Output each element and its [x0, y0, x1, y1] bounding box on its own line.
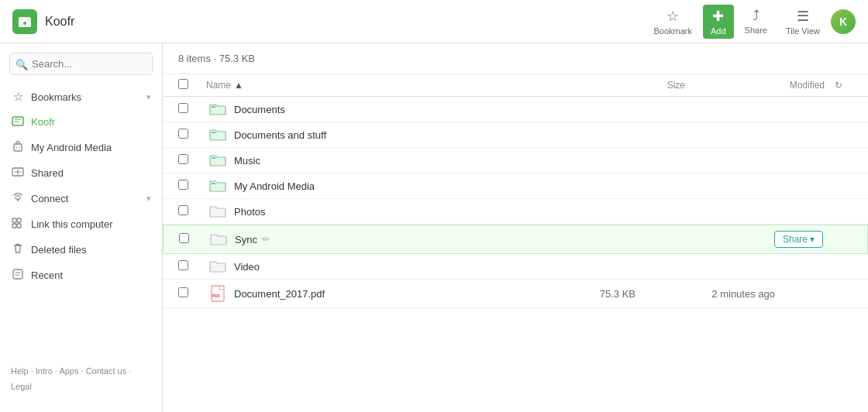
file-name-cell: Photos [234, 206, 542, 218]
share-button[interactable]: ⤴ Share [737, 5, 775, 38]
sidebar-item-label: Bookmarks [31, 91, 140, 103]
name-column-label: Name [206, 80, 231, 91]
sidebar-footer: Help · Intro · Apps · Contact us · Legal [0, 356, 162, 403]
row-checkbox [178, 260, 206, 273]
refresh-button[interactable]: ↻ [825, 80, 852, 91]
sidebar-item-android[interactable]: My Android Media [0, 135, 162, 160]
file-name-cell: Document_2017.pdf [234, 288, 542, 300]
footer-link-intro[interactable]: Intro [36, 366, 53, 376]
sidebar-item-label: Link this computer [31, 218, 151, 230]
chevron-icon: ▾ [146, 194, 151, 204]
header-modified-col[interactable]: Modified [685, 80, 825, 91]
folder-icon [206, 259, 229, 273]
sidebar: 🔍 ☆ Bookmarks ▾ Koofr My Android Media [0, 43, 163, 412]
table-header: Name ▲ Size Modified ↻ [163, 74, 868, 97]
file-row[interactable]: Video [163, 254, 868, 280]
svg-text:PDF: PDF [212, 294, 220, 298]
folder-icon [207, 232, 230, 246]
file-checkbox-input[interactable] [178, 154, 188, 164]
topbar-actions: ☆ Bookmark ✚ Add ⤴ Share ☰ Tile View K [646, 5, 856, 39]
row-checkbox [178, 154, 206, 167]
file-row[interactable]: Documents [163, 97, 868, 122]
bookmarks-icon: ☆ [11, 90, 25, 104]
file-row-pdf[interactable]: PDF Document_2017.pdf 75.3 KB 2 minutes … [163, 280, 868, 308]
file-name: Video [234, 261, 260, 273]
avatar[interactable]: K [831, 9, 856, 34]
header-size-col[interactable]: Size [592, 80, 685, 91]
svg-rect-11 [12, 224, 16, 228]
topbar: Koofr ☆ Bookmark ✚ Add ⤴ Share ☰ Tile Vi… [0, 0, 868, 43]
select-all-checkbox[interactable] [178, 79, 188, 89]
main-layout: 🔍 ☆ Bookmarks ▾ Koofr My Android Media [0, 43, 868, 412]
sidebar-item-link-computer[interactable]: Link this computer [0, 211, 162, 237]
share-icon: ⤴ [753, 8, 760, 24]
tile-view-label: Tile View [786, 26, 820, 36]
file-row-sync[interactable]: Sync ✏ Share ▾ [163, 225, 868, 254]
sidebar-item-deleted[interactable]: Deleted files [0, 237, 162, 263]
file-name: Document_2017.pdf [234, 288, 325, 300]
folder-icon [206, 153, 229, 167]
sidebar-item-label: Deleted files [31, 244, 151, 256]
header-name-col[interactable]: Name ▲ [206, 80, 592, 91]
search-input[interactable] [9, 53, 153, 75]
sidebar-item-label: My Android Media [31, 142, 151, 153]
file-checkbox-input[interactable] [178, 260, 188, 270]
file-name: Documents [234, 104, 285, 115]
file-name-cell: Video [234, 261, 542, 273]
file-row[interactable]: Documents and stuff [163, 122, 868, 148]
search-icon: 🔍 [16, 58, 28, 70]
share-label: Share [745, 26, 767, 35]
add-icon: ✚ [712, 8, 724, 25]
pdf-icon: PDF [206, 285, 229, 302]
bookmark-button[interactable]: ☆ Bookmark [646, 5, 701, 39]
sidebar-item-koofr[interactable]: Koofr [0, 109, 162, 135]
deleted-icon [11, 242, 25, 257]
file-checkbox-input[interactable] [179, 233, 189, 243]
file-name-cell: Documents and stuff [234, 129, 542, 141]
row-checkbox [178, 129, 206, 141]
svg-point-6 [19, 146, 20, 148]
sidebar-item-recent[interactable]: Recent [0, 263, 162, 288]
file-size: 75.3 KB [542, 288, 636, 300]
edit-icon[interactable]: ✏ [262, 234, 270, 245]
svg-rect-13 [13, 270, 22, 279]
file-modified: 2 minutes ago [636, 288, 775, 300]
footer-link-legal[interactable]: Legal [11, 382, 32, 391]
tile-view-button[interactable]: ☰ Tile View [778, 5, 828, 39]
footer-link-help[interactable]: Help [11, 366, 29, 376]
share-dropdown-button[interactable]: Share ▾ [774, 231, 823, 248]
file-checkbox-input[interactable] [178, 205, 188, 215]
row-checkbox [179, 233, 207, 245]
file-checkbox-input[interactable] [178, 129, 188, 139]
android-icon [11, 140, 25, 155]
row-checkbox [178, 180, 206, 192]
svg-point-5 [16, 146, 17, 148]
file-row[interactable]: Music [163, 148, 868, 173]
file-checkbox-input[interactable] [178, 180, 188, 190]
sidebar-item-bookmarks[interactable]: ☆ Bookmarks ▾ [0, 84, 162, 109]
file-name-cell: Documents [234, 104, 542, 115]
sidebar-item-label: Koofr [31, 116, 151, 128]
file-row[interactable]: Photos [163, 199, 868, 225]
file-checkbox-input[interactable] [178, 287, 188, 297]
svg-point-2 [23, 21, 27, 25]
link-computer-icon [11, 217, 25, 232]
file-checkbox-input[interactable] [178, 103, 188, 113]
row-checkbox [178, 205, 206, 218]
svg-rect-17 [212, 183, 215, 184]
file-name-cell: Sync ✏ [235, 234, 542, 245]
file-name: My Android Media [234, 180, 315, 192]
svg-rect-12 [17, 224, 21, 228]
add-button[interactable]: ✚ Add [703, 5, 734, 39]
connect-icon [11, 191, 25, 206]
footer-link-contact[interactable]: Contact us [86, 366, 127, 376]
sidebar-item-connect[interactable]: Connect ▾ [0, 186, 162, 211]
sidebar-item-shared[interactable]: Shared [0, 160, 162, 186]
footer-link-apps[interactable]: Apps [59, 366, 78, 376]
svg-rect-16 [212, 157, 215, 159]
koofr-icon [11, 115, 25, 129]
folder-icon [206, 179, 229, 193]
file-row[interactable]: My Android Media [163, 173, 868, 199]
svg-rect-4 [14, 144, 22, 151]
app-title: Koofr [45, 15, 74, 29]
